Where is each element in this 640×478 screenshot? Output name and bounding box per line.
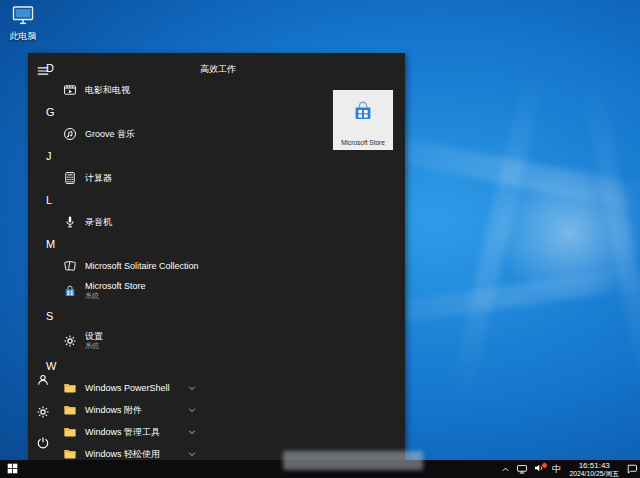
voice-recorder-icon <box>62 215 77 230</box>
letter-label: S <box>46 310 53 322</box>
app-list-folder[interactable]: Windows 附件 <box>28 399 200 421</box>
start-button[interactable] <box>0 460 24 478</box>
app-label: Windows 轻松使用 <box>85 449 160 460</box>
folder-icon <box>62 381 77 396</box>
chevron-up-icon[interactable] <box>499 463 512 476</box>
letter-label: G <box>46 106 55 118</box>
letter-label: M <box>46 238 55 250</box>
desktop-icon-this-pc[interactable]: 此电脑 <box>4 5 42 43</box>
folder-icon <box>62 425 77 440</box>
movies-tv-icon <box>62 83 77 98</box>
solitaire-icon <box>62 259 77 274</box>
app-list-letter-J[interactable]: J <box>28 145 200 167</box>
taskbar: 中 16:51:43 2024/10/25/周五 <box>0 460 640 478</box>
network-icon[interactable] <box>516 463 529 476</box>
windows-logo-glow <box>465 135 640 330</box>
ime-indicator[interactable]: 中 <box>550 463 564 476</box>
app-list-app[interactable]: 电影和电视 <box>28 79 200 101</box>
app-sublabel: 系统 <box>85 342 103 350</box>
app-list-letter-D[interactable]: D <box>28 57 200 79</box>
letter-label: D <box>46 62 54 74</box>
app-list-letter-W[interactable]: W <box>28 355 200 377</box>
app-list-letter-S[interactable]: S <box>28 305 200 327</box>
start-menu: D电影和电视GGroove 音乐J计算器L录音机MMicrosoft Solit… <box>28 53 405 460</box>
folder-icon <box>62 447 77 461</box>
tile-group-title[interactable]: 高效工作 <box>200 63 236 76</box>
settings-icon <box>62 334 77 349</box>
app-label: Windows 管理工具 <box>85 427 160 438</box>
computer-icon <box>12 11 34 28</box>
system-tray: 中 16:51:43 2024/10/25/周五 <box>499 461 640 478</box>
clock-time: 16:51:43 <box>579 461 610 470</box>
app-list-folder[interactable]: Windows 轻松使用 <box>28 443 200 460</box>
app-list-app[interactable]: Microsoft Store系统 <box>28 277 200 305</box>
app-list: D电影和电视GGroove 音乐J计算器L录音机MMicrosoft Solit… <box>28 57 200 460</box>
desktop-icon-label: 此电脑 <box>4 30 42 43</box>
app-list-folder[interactable]: Windows 管理工具 <box>28 421 200 443</box>
light-beam <box>582 81 640 399</box>
app-labels: Windows 附件 <box>85 405 142 416</box>
app-label: 计算器 <box>85 173 112 184</box>
volume-icon[interactable] <box>533 463 546 476</box>
app-label: Microsoft Solitaire Collection <box>85 261 199 272</box>
app-labels: Microsoft Solitaire Collection <box>85 261 199 272</box>
app-label: Groove 音乐 <box>85 129 135 140</box>
app-list-app[interactable]: Groove 音乐 <box>28 123 200 145</box>
letter-label: J <box>46 150 52 162</box>
app-list-folder[interactable]: Windows PowerShell <box>28 377 200 399</box>
taskbar-clock[interactable]: 16:51:43 2024/10/25/周五 <box>568 461 622 478</box>
letter-label: W <box>46 360 56 372</box>
app-labels: 电影和电视 <box>85 85 130 96</box>
app-label: Windows 附件 <box>85 405 142 416</box>
app-label: 录音机 <box>85 217 112 228</box>
app-label: Microsoft Store <box>85 281 146 292</box>
app-label: 电影和电视 <box>85 85 130 96</box>
app-labels: Windows 管理工具 <box>85 427 160 438</box>
app-list-app[interactable]: 设置系统 <box>28 327 200 355</box>
app-labels: Microsoft Store系统 <box>85 281 146 300</box>
app-labels: Windows 轻松使用 <box>85 449 160 460</box>
notification-badge <box>541 462 548 469</box>
app-label: 设置 <box>85 331 103 342</box>
app-labels: 计算器 <box>85 173 112 184</box>
tile-microsoft-store[interactable]: Microsoft Store <box>333 90 393 150</box>
app-list-app[interactable]: 计算器 <box>28 167 200 189</box>
app-sublabel: 系统 <box>85 292 146 300</box>
groove-music-icon <box>62 127 77 142</box>
app-list-app[interactable]: Microsoft Solitaire Collection <box>28 255 200 277</box>
chevron-down-icon[interactable] <box>187 449 197 459</box>
clock-date: 2024/10/25/周五 <box>570 470 620 478</box>
app-list-letter-L[interactable]: L <box>28 189 200 211</box>
action-center-icon[interactable] <box>625 463 638 476</box>
app-labels: 录音机 <box>85 217 112 228</box>
app-label: Windows PowerShell <box>85 383 170 394</box>
store-icon <box>351 99 375 127</box>
chevron-down-icon[interactable] <box>187 405 197 415</box>
chevron-down-icon[interactable] <box>187 427 197 437</box>
app-labels: 设置系统 <box>85 331 103 350</box>
light-beam <box>449 72 545 398</box>
folder-icon <box>62 403 77 418</box>
app-labels: Windows PowerShell <box>85 383 170 394</box>
app-list-app[interactable]: 录音机 <box>28 211 200 233</box>
store-icon <box>62 284 77 299</box>
chevron-down-icon[interactable] <box>187 383 197 393</box>
calculator-icon <box>62 171 77 186</box>
app-list-letter-G[interactable]: G <box>28 101 200 123</box>
app-labels: Groove 音乐 <box>85 129 135 140</box>
tile-label: Microsoft Store <box>334 139 392 146</box>
letter-label: L <box>46 194 52 206</box>
windows-logo-icon <box>7 460 18 478</box>
app-list-letter-M[interactable]: M <box>28 233 200 255</box>
